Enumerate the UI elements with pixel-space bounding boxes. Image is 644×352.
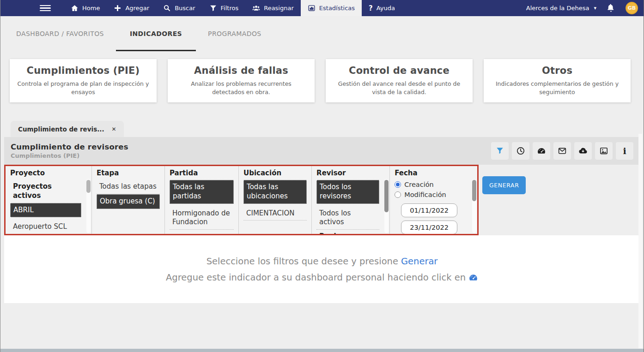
cloud-download-icon — [578, 146, 588, 155]
history-toolbar-button[interactable] — [512, 142, 529, 160]
filter-header: Ubicación — [243, 169, 307, 177]
nav-label: Agregar — [125, 5, 149, 12]
instruction-text: Agregue este indicador a su dashboard pe… — [166, 272, 466, 283]
info-button[interactable]: i — [616, 142, 633, 160]
filter-column-revisor: Revisor Todos los revisores Todos los ac… — [312, 166, 390, 234]
scrollbar-thumb[interactable] — [86, 180, 91, 193]
nav-item-buscar[interactable]: Buscar — [156, 0, 202, 16]
radio-creacion[interactable]: Creación — [395, 180, 467, 190]
export-image-button[interactable] — [595, 142, 613, 160]
filter-strip: Proyecto Proyectos activos ABRIL Aeropue… — [4, 165, 640, 235]
send-mail-button[interactable] — [553, 142, 571, 160]
indicator-panel-header: Cumplimiento de revisores Cumplimientos … — [4, 137, 640, 165]
card-title: Cumplimientos (PIE) — [27, 65, 140, 76]
top-navbar: Home Agregar Buscar Filtros Reasignar Es — [0, 0, 644, 16]
image-icon — [599, 146, 608, 155]
user-avatar[interactable]: GB — [626, 2, 638, 14]
panel-subtitle: Cumplimientos (PIE) — [11, 152, 128, 159]
filter-column-proyecto: Proyecto Proyectos activos ABRIL Aeropue… — [6, 166, 92, 234]
date-from-input[interactable] — [401, 203, 457, 217]
filter-group-label: Proyectos activos — [10, 180, 81, 203]
card-cumplimientos-pie[interactable]: Cumplimientos (PIE) Controla el programa… — [10, 59, 157, 102]
filter-option-cimentacion[interactable]: CIMENTACION — [243, 207, 307, 221]
generate-area: GENERAR — [479, 165, 640, 235]
info-icon: i — [623, 147, 626, 155]
filter-option-todas-etapas[interactable]: Todas las etapas — [97, 180, 160, 194]
nav-item-home[interactable]: Home — [64, 0, 107, 16]
card-description: Analizar los problemas recurrentes detec… — [174, 80, 308, 96]
nav-item-filtros[interactable]: Filtros — [202, 0, 246, 16]
card-analisis-de-fallas[interactable]: Análisis de fallas Analizar los problema… — [168, 59, 315, 102]
nav-item-agregar[interactable]: Agregar — [107, 0, 156, 16]
users-icon — [252, 4, 260, 12]
radio-label: Creación — [404, 181, 434, 188]
nav-item-estadisticas[interactable]: Estadísticas — [301, 0, 362, 16]
panel-toolbar: i — [491, 142, 633, 160]
radio-label: Modificación — [404, 191, 446, 198]
card-description: Controla el programa de plan de inspecci… — [16, 80, 150, 96]
card-title: Otros — [542, 65, 572, 76]
card-description: Indicadores complementarios de gestión y… — [490, 80, 624, 96]
scrollbar-thumb[interactable] — [384, 180, 389, 212]
filter-toolbar-button[interactable] — [491, 142, 509, 160]
clock-icon — [516, 146, 525, 155]
filter-option-todos-activos[interactable]: Todos los activos — [316, 207, 379, 230]
nav-item-reasignar[interactable]: Reasignar — [245, 0, 301, 16]
indicator-cards: Cumplimientos (PIE) Controla el programa… — [10, 59, 644, 102]
add-to-dashboard-button[interactable] — [533, 142, 550, 160]
scrollbar-track — [472, 179, 476, 233]
filter-header: Etapa — [97, 169, 160, 177]
tab-dashboard-favoritos[interactable]: DASHBOARD / FAVORITOS — [16, 30, 104, 40]
filter-column-etapa: Etapa Todas las etapas Obra gruesa (C) — [92, 166, 165, 234]
filter-icon — [495, 146, 504, 155]
card-otros[interactable]: Otros Indicadores complementarios de ges… — [484, 59, 631, 102]
dashboard-gauge-icon — [468, 273, 478, 282]
chevron-down-icon: ▾ — [594, 5, 596, 11]
question-icon: ? — [369, 4, 373, 12]
instructions-area: Seleccione los filtros que desee y presi… — [4, 235, 640, 303]
instruction-text: Seleccione los filtros que desee y presi… — [207, 256, 398, 267]
nav-item-ayuda[interactable]: ? Ayuda — [362, 0, 402, 16]
navbar-left: Home Agregar Buscar Filtros Reasignar Es — [0, 0, 402, 16]
scrollbar-thumb[interactable] — [472, 180, 476, 201]
tab-programados[interactable]: PROGRAMADOS — [208, 30, 261, 40]
download-button[interactable] — [574, 142, 592, 160]
dashboard-gauge-icon — [537, 146, 546, 155]
funnel-icon — [209, 4, 217, 12]
radio-unselected-icon — [395, 191, 401, 198]
card-title: Control de avance — [349, 65, 450, 76]
bar-chart-icon — [308, 4, 316, 12]
account-dropdown[interactable]: Alerces de la Dehesa ▾ — [526, 5, 596, 12]
filter-header: Fecha — [395, 169, 467, 177]
notifications-bell-icon[interactable] — [607, 4, 615, 12]
search-icon — [163, 4, 171, 12]
home-icon — [71, 4, 79, 12]
bottom-scrollbar-strip — [0, 349, 644, 352]
hamburger-menu-icon[interactable] — [40, 5, 51, 12]
filter-option-todas-ubicaciones[interactable]: Todas las ubicaciones — [243, 180, 307, 204]
scrollbar-track — [86, 179, 91, 233]
card-description: Gestión del avance real desde el punto d… — [332, 80, 466, 96]
page-scrollbar-track[interactable] — [638, 134, 642, 348]
indicator-tab-label: Cumplimiento de revis... — [18, 125, 104, 133]
filter-option-todos-revisores[interactable]: Todos los revisores — [316, 180, 379, 204]
scrollbar-track — [384, 179, 389, 233]
section-tabs: DASHBOARD / FAVORITOS INDICADORES PROGRA… — [0, 16, 644, 59]
filter-header: Revisor — [316, 169, 379, 177]
filter-option-obra-gruesa[interactable]: Obra gruesa (C) — [97, 194, 160, 209]
close-icon[interactable]: ✕ — [112, 126, 116, 132]
filter-option-todas-partidas[interactable]: Todas las partidas — [170, 180, 234, 204]
filter-option-aeropuerto-scl[interactable]: Aeropuerto SCL — [10, 220, 81, 234]
filter-option-abril[interactable]: ABRIL — [10, 203, 81, 218]
open-indicator-tab[interactable]: Cumplimiento de revis... ✕ — [11, 121, 124, 137]
radio-modificacion[interactable]: Modificación — [395, 190, 467, 200]
card-control-de-avance[interactable]: Control de avance Gestión del avance rea… — [326, 59, 473, 102]
date-to-input[interactable] — [401, 221, 457, 234]
filter-column-ubicacion: Ubicación Todas las ubicaciones CIMENTAC… — [239, 166, 312, 234]
app-window: Home Agregar Buscar Filtros Reasignar Es — [0, 0, 644, 352]
generar-button[interactable]: GENERAR — [482, 176, 526, 194]
filter-option-hormigonado[interactable]: Hormigonado de Fundacion — [170, 207, 234, 230]
nav-label: Home — [82, 5, 100, 12]
instruction-line-1: Seleccione los filtros que desee y presi… — [207, 256, 438, 267]
tab-indicadores[interactable]: INDICADORES — [130, 30, 182, 40]
